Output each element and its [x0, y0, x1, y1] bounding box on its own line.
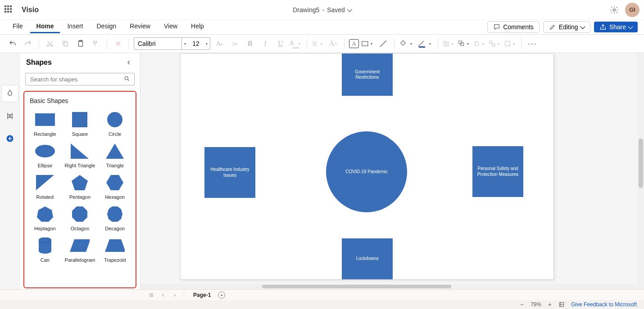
shape-octagon[interactable]: Octagon [63, 203, 97, 233]
editing-label: Editing [559, 23, 578, 31]
menu-help[interactable]: Help [185, 21, 210, 33]
line-color-button[interactable]: ▾ [417, 40, 433, 48]
align-objects-button: ▾ [443, 37, 455, 50]
svg-rect-6 [362, 41, 368, 46]
shape-rotated[interactable]: Rotated [28, 172, 62, 202]
next-page-button[interactable]: › [170, 291, 179, 300]
chevron-down-icon[interactable]: ▾ [182, 38, 188, 49]
shape-circle[interactable]: Circle [98, 109, 132, 139]
paste-button[interactable] [74, 37, 87, 50]
shape-triangle[interactable]: Triangle [98, 140, 132, 170]
shape-label: Circle [109, 131, 121, 137]
triangle-icon [105, 142, 125, 160]
document-title[interactable]: Drawing5 - Saved [293, 6, 351, 13]
menu-view[interactable]: View [158, 21, 184, 33]
horizontal-scrollbar[interactable] [141, 284, 638, 289]
svg-point-15 [9, 115, 10, 116]
canvas-shape[interactable]: COVID-19 Pandemic [326, 131, 407, 212]
heptagon-icon [35, 205, 55, 223]
settings-icon[interactable] [610, 5, 619, 14]
chevron-down-icon[interactable]: ▾ [204, 38, 210, 49]
copy-button [59, 37, 72, 50]
font-size-input[interactable] [188, 38, 204, 49]
menu-design[interactable]: Design [90, 21, 122, 33]
svg-rect-19 [72, 112, 87, 127]
shrink-font-button: A▾ [228, 37, 241, 50]
zoom-out-button[interactable]: − [519, 301, 525, 308]
search-icon[interactable] [124, 76, 130, 82]
svg-rect-14 [505, 41, 510, 46]
zoom-in-button[interactable]: + [547, 301, 553, 308]
canvas-shape[interactable]: Personal Safety and Protection Measures [472, 146, 523, 197]
svg-rect-7 [444, 41, 446, 46]
circle-icon [105, 111, 125, 129]
rectangle-tool-button[interactable]: ▾ [362, 37, 374, 50]
edit-icon [549, 23, 556, 31]
fit-page-icon[interactable] [558, 301, 565, 308]
svg-point-0 [613, 9, 616, 11]
svg-marker-24 [36, 175, 54, 190]
canvas-shape[interactable]: Lockdowns [342, 238, 393, 279]
comments-button[interactable]: Comments [487, 21, 540, 33]
add-stencil-button[interactable] [2, 130, 18, 147]
shape-heptagon[interactable]: Heptagon [28, 203, 62, 233]
shape-hexagon[interactable]: Hexagon [98, 172, 132, 202]
drawing-page[interactable]: Government RestrictionsHealthcare Indust… [180, 53, 554, 280]
page-tab[interactable]: Page-1 [189, 292, 215, 298]
shapes-search-input[interactable] [25, 73, 135, 85]
canvas-shape[interactable]: Government Restrictions [342, 54, 393, 96]
shape-label: Ellipse [38, 163, 52, 168]
parallelogram-icon [70, 237, 90, 255]
shape-pentagon[interactable]: Pentagon [63, 172, 97, 202]
svg-marker-23 [106, 143, 124, 159]
shape-ellipse[interactable]: Ellipse [28, 140, 62, 170]
menu-review[interactable]: Review [123, 21, 157, 33]
collapse-panel-button[interactable] [124, 58, 134, 67]
grow-font-button: A▴ [213, 37, 226, 50]
shapes-title: Shapes [26, 58, 124, 67]
all-pages-button[interactable] [147, 291, 156, 300]
canvas-area[interactable]: Government RestrictionsHealthcare Indust… [141, 53, 644, 289]
menu-home[interactable]: Home [30, 21, 60, 33]
svg-point-21 [35, 145, 55, 157]
underline-button: U [274, 37, 287, 50]
menu-insert[interactable]: Insert [61, 21, 89, 33]
canvas-shape[interactable]: Healthcare Industry Issues [204, 147, 255, 198]
status-bar: − 79% + Give Feedback to Microsoft [0, 300, 644, 309]
shape-rectangle[interactable]: Rectangle [28, 109, 62, 139]
line-tool-button[interactable] [377, 37, 390, 50]
shape-square[interactable]: Square [63, 109, 97, 139]
svg-point-20 [107, 112, 122, 127]
svg-marker-26 [106, 175, 123, 190]
share-button[interactable]: Share [594, 22, 638, 32]
prev-page-button[interactable]: ‹ [159, 291, 168, 300]
shape-parallelogram[interactable]: Parallelogram [63, 235, 97, 264]
vertical-scrollbar[interactable] [638, 53, 644, 289]
shape-right-triangle[interactable]: Right Triangle [63, 140, 97, 170]
text-tool-button[interactable]: A [349, 39, 359, 48]
menu-file[interactable]: File [6, 21, 29, 33]
more-button[interactable]: ··· [526, 37, 539, 50]
shape-decagon[interactable]: Decagon [98, 203, 132, 233]
rotated-icon [35, 174, 55, 192]
add-page-button[interactable]: + [218, 291, 225, 299]
font-name-input[interactable] [134, 38, 182, 49]
shape-can[interactable]: Can [28, 235, 62, 264]
shapes-tab-button[interactable] [2, 85, 18, 102]
pentagon-icon [70, 174, 90, 192]
doc-status: Saved [327, 6, 345, 13]
svg-rect-8 [447, 42, 449, 46]
italic-button: I [259, 37, 272, 50]
fill-color-button[interactable]: ▾ [399, 40, 414, 48]
comments-label: Comments [503, 23, 534, 31]
editing-button[interactable]: Editing [543, 21, 590, 33]
user-avatar[interactable]: GI [625, 3, 639, 17]
app-launcher-icon[interactable] [5, 5, 14, 14]
stencils-tab-button[interactable] [2, 108, 18, 124]
shape-label: Parallelogram [65, 257, 95, 263]
undo-button[interactable] [6, 37, 19, 50]
shape-trapezoid[interactable]: Trapezoid [98, 235, 132, 264]
feedback-link[interactable]: Give Feedback to Microsoft [571, 301, 637, 308]
rect-icon [35, 111, 55, 129]
arrange-button[interactable]: ▾ [458, 37, 471, 50]
